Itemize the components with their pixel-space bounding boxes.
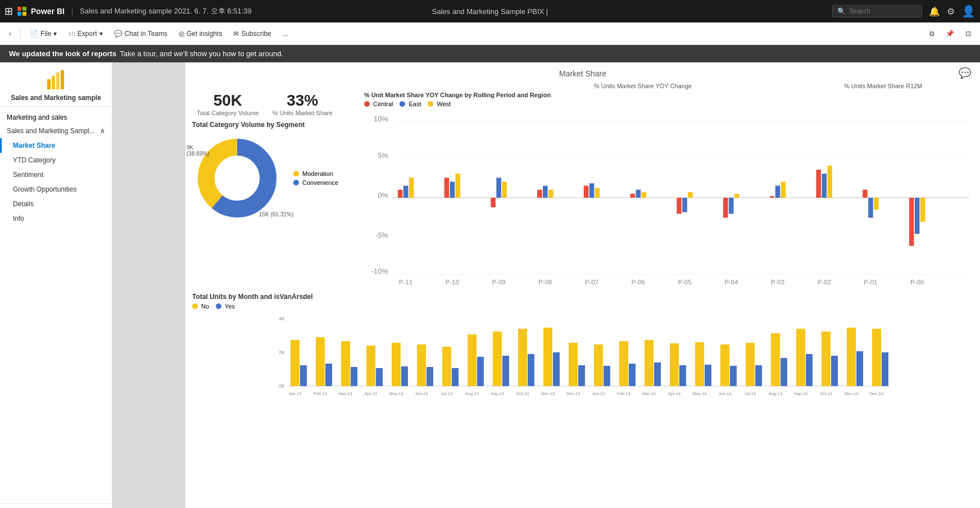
svg-rect-83	[442, 347, 451, 386]
svg-text:Jul-13: Jul-13	[441, 391, 452, 396]
sidebar-item-market-share[interactable]: Market Share	[0, 138, 112, 153]
donut-label-top: 9K (38.69%)	[187, 144, 210, 157]
svg-text:Oct-14: Oct-14	[820, 391, 833, 396]
svg-rect-100	[654, 362, 661, 386]
collapse-icon: ⧉	[929, 30, 934, 38]
svg-rect-99	[645, 340, 654, 386]
svg-rect-80	[401, 366, 408, 386]
sidebar-item-details[interactable]: Details	[0, 197, 112, 211]
svg-text:P-09: P-09	[492, 279, 506, 285]
search-box[interactable]: 🔍	[832, 5, 922, 17]
back-button[interactable]: ‹	[4, 28, 16, 40]
svg-rect-113	[822, 332, 831, 386]
user-icon[interactable]: 👤	[961, 4, 976, 18]
search-icon: 🔍	[837, 7, 846, 15]
sidebar-nav: Marketing and sales Sales and Marketing …	[0, 107, 112, 230]
svg-rect-112	[806, 354, 813, 386]
grid-menu-button[interactable]: ⊞	[4, 5, 13, 17]
svg-text:Jan-14: Jan-14	[592, 391, 605, 396]
svg-rect-108	[755, 365, 762, 386]
legend-east-label: East	[409, 101, 421, 107]
export-label: Export	[78, 30, 97, 38]
svg-rect-51	[915, 198, 920, 234]
svg-rect-101	[670, 343, 679, 386]
main-layout: Sales and Marketing sample Marketing and…	[0, 62, 980, 508]
file-chevron: ▾	[53, 30, 57, 38]
svg-rect-117	[872, 329, 881, 386]
svg-rect-118	[882, 352, 888, 386]
svg-rect-23	[491, 198, 496, 207]
insights-button[interactable]: ◎ Get insights	[174, 28, 226, 40]
sidebar-item-details-label: Details	[13, 200, 34, 208]
svg-text:P-04: P-04	[724, 279, 738, 285]
svg-rect-39	[729, 198, 734, 214]
svg-rect-109	[771, 333, 780, 386]
svg-rect-106	[730, 366, 737, 386]
search-input[interactable]	[849, 7, 917, 15]
expand-icon: ⊡	[965, 30, 971, 38]
chat-label: Chat in Teams	[125, 30, 167, 38]
svg-rect-32	[630, 194, 636, 198]
donut-chart: Total Category Volume by Segment 9K (38.…	[192, 121, 355, 223]
svg-rect-52	[920, 198, 925, 222]
svg-rect-20	[444, 178, 450, 198]
kpi-volume-label: Total Category Volume	[197, 110, 259, 116]
sidebar-item-ytd[interactable]: YTD Category	[0, 153, 112, 167]
svg-rect-25	[502, 182, 507, 198]
back-icon: ‹	[9, 30, 11, 38]
sidebar: Sales and Marketing sample Marketing and…	[0, 62, 112, 508]
export-button[interactable]: ↑⎍ Export ▾	[63, 28, 107, 40]
svg-text:0K: 0K	[279, 383, 285, 389]
legend-west: West	[428, 101, 451, 107]
svg-rect-76	[351, 367, 357, 386]
kpi-share-value: 33%	[273, 92, 333, 110]
content-area: 💬 Market Share % Units Market Share YOY …	[112, 62, 980, 508]
sidebar-group-sales[interactable]: Sales and Marketing Sampl... ∧	[0, 124, 112, 138]
comment-icon[interactable]: 💬	[959, 67, 971, 79]
svg-text:0%: 0%	[378, 191, 388, 199]
legend-yes: Yes	[216, 303, 235, 310]
svg-rect-86	[477, 357, 484, 386]
chat-button[interactable]: 💬 Chat in Teams	[110, 28, 172, 40]
yoy-header-left: % Units Market Share YOY Change	[493, 83, 793, 89]
svg-text:P-05: P-05	[678, 279, 691, 285]
svg-rect-27	[543, 185, 548, 197]
export-icon: ↑⎍	[68, 30, 75, 37]
svg-text:May-13: May-13	[389, 391, 403, 396]
settings-icon[interactable]: ⚙	[947, 6, 955, 17]
svg-text:P-03: P-03	[771, 279, 784, 285]
pin-button[interactable]: 📌	[941, 28, 959, 40]
collapse-button[interactable]: ⧉	[925, 28, 939, 40]
yoy-chart-section: % Unit Market Share YOY Change by Rollin…	[364, 92, 973, 286]
svg-rect-45	[822, 174, 827, 198]
donut-label-bottom: 15K (61.31%)	[259, 211, 293, 217]
sidebar-item-info[interactable]: Info	[0, 211, 112, 226]
legend-west-label: West	[437, 101, 451, 107]
svg-text:5%: 5%	[378, 151, 388, 160]
subscribe-icon: ✉	[233, 30, 239, 38]
svg-text:May-14: May-14	[692, 391, 706, 396]
svg-text:-10%: -10%	[371, 267, 388, 275]
bell-icon[interactable]: 🔔	[929, 6, 940, 17]
file-button[interactable]: 📄 File ▾	[25, 28, 61, 40]
svg-rect-111	[796, 329, 805, 386]
sidebar-item-sentiment[interactable]: Sentiment	[0, 167, 112, 182]
sidebar-item-marketing[interactable]: Marketing and sales	[0, 111, 112, 124]
svg-text:10%: 10%	[374, 115, 388, 123]
svg-rect-93	[569, 343, 578, 386]
sidebar-item-growth[interactable]: Growth Opportunities	[0, 182, 112, 197]
svg-rect-2	[56, 72, 60, 89]
svg-rect-28	[548, 190, 553, 198]
more-button[interactable]: ...	[278, 28, 293, 40]
subscribe-button[interactable]: ✉ Subscribe	[229, 28, 275, 40]
legend-convenience-label: Convenience	[302, 179, 338, 186]
sidebar-group-chevron: ∧	[100, 127, 105, 135]
svg-rect-47	[863, 190, 868, 198]
svg-text:2K: 2K	[279, 350, 285, 355]
svg-text:P-01: P-01	[864, 279, 877, 285]
svg-rect-84	[452, 368, 459, 386]
svg-text:Aug-13: Aug-13	[465, 391, 479, 396]
expand-button[interactable]: ⊡	[961, 28, 976, 40]
legend-yes-dot	[216, 303, 221, 309]
svg-rect-91	[543, 328, 552, 386]
